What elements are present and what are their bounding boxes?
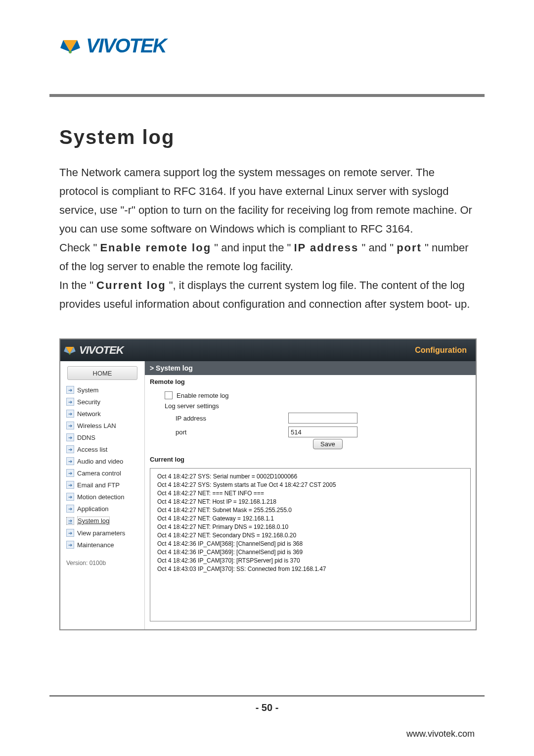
sidebar-item-label: View parameters [77, 529, 125, 537]
sidebar-item-label: Motion detection [77, 493, 124, 501]
firmware-version: Version: 0100b [60, 560, 144, 567]
arrow-right-icon: ➔ [66, 445, 74, 453]
sidebar-item-camera-control[interactable]: ➔Camera control [60, 467, 144, 479]
brand-logo-text: VIVOTEK [86, 35, 166, 57]
configuration-link[interactable]: Configuration [415, 346, 467, 355]
enable-remote-log-checkbox[interactable] [165, 391, 173, 399]
sidebar-item-label: Maintenance [77, 541, 114, 549]
sidebar-item-maintenance[interactable]: ➔Maintenance [60, 539, 144, 551]
arrow-right-icon: ➔ [66, 410, 74, 418]
log-server-settings-label: Log server settings [165, 402, 219, 410]
sidebar-item-application[interactable]: ➔Application [60, 503, 144, 515]
arrow-right-icon: ➔ [66, 386, 74, 394]
sidebar-item-view-parameters[interactable]: ➔View parameters [60, 527, 144, 539]
sidebar-item-access-list[interactable]: ➔Access list [60, 443, 144, 455]
term-port: port [397, 241, 422, 254]
sidebar-item-label: Camera control [77, 470, 121, 477]
sidebar-item-system[interactable]: ➔System [60, 384, 144, 396]
para-2c: " and input the " [214, 241, 291, 254]
ui-brand-text: VIVOTEK [79, 344, 124, 357]
arrow-right-icon: ➔ [66, 541, 74, 549]
port-label: port [176, 428, 284, 436]
brand-logo: VIVOTEK [59, 35, 166, 57]
sidebar-item-label: Security [77, 398, 100, 406]
page-number: - 50 - [0, 702, 534, 713]
sidebar-item-motion-detection[interactable]: ➔Motion detection [60, 491, 144, 503]
svg-point-3 [69, 50, 72, 53]
bottom-divider [49, 695, 485, 697]
ui-brand-logo: VIVOTEK [63, 344, 124, 357]
arrow-right-icon: ➔ [66, 422, 74, 429]
arrow-right-icon: ➔ [66, 433, 74, 441]
para-3a: In the " [59, 279, 93, 291]
sidebar-item-label: Application [77, 505, 109, 513]
arrow-right-icon: ➔ [66, 517, 74, 525]
sidebar-item-ddns[interactable]: ➔DDNS [60, 431, 144, 443]
arrow-right-icon: ➔ [66, 469, 74, 477]
ip-address-input[interactable] [288, 413, 357, 424]
term-enable-remote-log: Enable remote log [100, 241, 211, 254]
current-log-heading: Current log [145, 453, 476, 465]
para-2e: " and " [361, 241, 394, 254]
sidebar-item-label: Email and FTP [77, 481, 120, 489]
remote-log-heading: Remote log [145, 375, 476, 387]
current-log-output: Oct 4 18:42:27 SYS: Serial number = 0002… [150, 468, 471, 621]
sidebar-item-audio-and-video[interactable]: ➔Audio and video [60, 455, 144, 467]
sidebar-item-email-and-ftp[interactable]: ➔Email and FTP [60, 479, 144, 491]
arrow-right-icon: ➔ [66, 481, 74, 489]
footer-url: www.vivotek.com [406, 729, 475, 739]
sidebar-item-label: DDNS [77, 434, 95, 441]
port-input[interactable]: 514 [288, 426, 357, 437]
config-ui-frame: VIVOTEK Configuration HOME ➔System➔Secur… [59, 338, 477, 630]
arrow-right-icon: ➔ [66, 398, 74, 406]
arrow-right-icon: ➔ [66, 457, 74, 465]
article-body: The Network camera support log the syste… [59, 163, 475, 314]
arrow-right-icon: ➔ [66, 493, 74, 501]
sidebar-item-label: System log [77, 517, 110, 525]
page-title: System log [59, 126, 475, 148]
ui-header-bar: VIVOTEK Configuration [60, 339, 476, 361]
sidebar-item-label: Audio and video [77, 458, 123, 465]
sidebar-item-label: Wireless LAN [77, 422, 116, 429]
ip-address-label: IP address [176, 415, 284, 422]
sidebar-item-label: Access list [77, 446, 107, 453]
term-current-log: Current log [96, 279, 166, 291]
sidebar-item-network[interactable]: ➔Network [60, 408, 144, 420]
breadcrumb: > System log [145, 361, 476, 375]
sidebar-item-label: System [77, 386, 98, 394]
sidebar-item-label: Network [77, 410, 101, 418]
arrow-right-icon: ➔ [66, 529, 74, 537]
enable-remote-log-label: Enable remote log [177, 392, 229, 399]
term-ip-address: IP address [294, 241, 358, 254]
vivotek-mark-icon [63, 344, 76, 357]
sidebar: HOME ➔System➔Security➔Network➔Wireless L… [60, 361, 145, 629]
top-divider [49, 94, 485, 97]
svg-point-7 [69, 353, 71, 355]
sidebar-item-wireless-lan[interactable]: ➔Wireless LAN [60, 420, 144, 431]
para-1: The Network camera support log the syste… [59, 166, 472, 235]
sidebar-item-security[interactable]: ➔Security [60, 396, 144, 408]
home-button[interactable]: HOME [67, 366, 137, 380]
para-2a: Check " [59, 241, 97, 254]
arrow-right-icon: ➔ [66, 505, 74, 513]
save-button[interactable]: Save [313, 439, 343, 449]
vivotek-mark-icon [59, 35, 81, 57]
sidebar-item-system-log[interactable]: ➔System log [60, 515, 144, 527]
